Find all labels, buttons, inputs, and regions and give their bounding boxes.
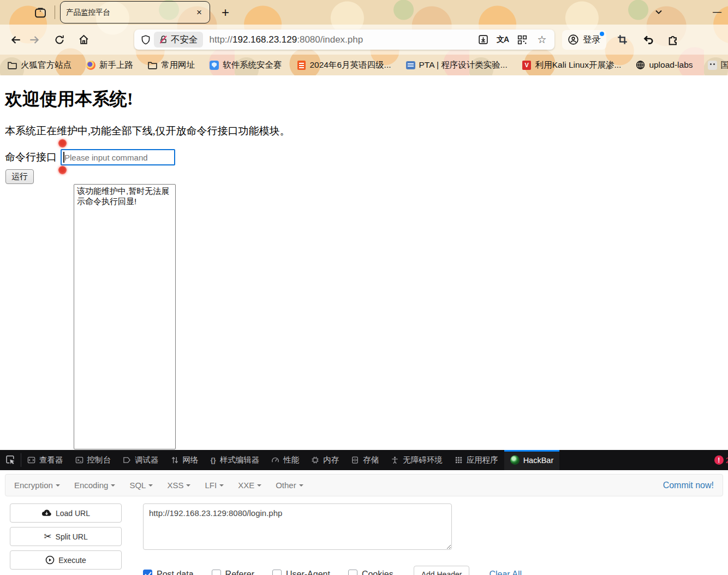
cookies-checkbox[interactable] xyxy=(348,570,357,575)
network-arrows-icon xyxy=(171,456,179,464)
devtools-tab-application[interactable]: 应用程序 xyxy=(449,450,504,470)
chevron-down-icon xyxy=(257,484,261,487)
bookmark-getting-started[interactable]: 新手上路 xyxy=(86,60,133,71)
bookmark-kali-pentest[interactable]: V 利用Kali Linux开展渗... xyxy=(522,60,622,71)
referer-option[interactable]: Referer xyxy=(212,570,254,575)
pick-element-icon[interactable] xyxy=(0,450,21,470)
bookmark-security-contest[interactable]: 软件系统安全赛 xyxy=(210,60,282,71)
notification-dot xyxy=(600,32,604,36)
hackbar-panel: Encryption Encoding SQL XSS LFI XXE Othe… xyxy=(0,470,728,575)
load-url-button[interactable]: Load URL xyxy=(10,503,122,523)
debugger-icon xyxy=(123,456,131,464)
chevron-down-icon xyxy=(299,484,303,487)
clear-all-link[interactable]: Clear All xyxy=(489,570,522,575)
bookmark-guoguang[interactable]: 国光 - 分享与 xyxy=(708,60,728,71)
minimize-button[interactable]: — xyxy=(708,4,726,20)
devtools-tab-performance[interactable]: 性能 xyxy=(265,450,305,470)
bookmarks-toolbar: 火狐官方站点 新手上路 常用网址 软件系统安全赛 2024年6月英语四级... … xyxy=(0,55,728,75)
bookmark-folder-firefox-official[interactable]: 火狐官方站点 xyxy=(8,60,71,71)
chevron-down-icon xyxy=(219,484,224,487)
pta-icon xyxy=(406,61,415,70)
undo-arrow-icon[interactable] xyxy=(640,32,657,48)
login-label: 登录 xyxy=(583,34,601,46)
bookmark-cet4-2024[interactable]: 2024年6月英语四级... xyxy=(297,60,391,71)
error-count: 2 xyxy=(726,455,728,465)
insecure-chip[interactable]: 不安全 xyxy=(154,32,203,48)
devtools-tab-storage[interactable]: 存储 xyxy=(345,450,385,470)
new-tab-button[interactable]: + xyxy=(217,4,234,21)
devtools-tab-accessibility[interactable]: 无障碍环境 xyxy=(385,450,449,470)
menu-lfi[interactable]: LFI xyxy=(198,481,231,490)
reload-button[interactable] xyxy=(50,31,69,49)
bookmark-star-icon[interactable]: ☆ xyxy=(535,33,549,47)
account-login-button[interactable]: 登录 xyxy=(562,30,606,50)
memory-chip-icon xyxy=(311,456,319,464)
user-agent-checkbox[interactable] xyxy=(272,570,282,575)
menu-xxe[interactable]: XXE xyxy=(231,481,268,490)
menu-encoding[interactable]: Encoding xyxy=(67,481,123,490)
devtools-tab-network[interactable]: 网络 xyxy=(165,450,205,470)
devtools-tab-inspector[interactable]: 查看器 xyxy=(21,450,69,470)
chevron-down-icon xyxy=(148,484,153,487)
menu-encryption[interactable]: Encryption xyxy=(5,481,67,490)
user-agent-option[interactable]: User-Agent xyxy=(272,570,330,575)
hackbar-button-column: Load URL ✂ Split URL Execute xyxy=(10,503,122,570)
tab-list-chevron-icon[interactable] xyxy=(651,4,667,20)
command-input[interactable] xyxy=(61,149,175,165)
commit-now-link[interactable]: Commit now! xyxy=(663,481,714,490)
command-output-textarea[interactable]: 该功能维护中,暂时无法展示命令执行回显! xyxy=(74,184,176,449)
translate-icon[interactable]: 文A xyxy=(496,33,510,47)
back-button[interactable] xyxy=(7,31,25,49)
screenshot-crop-icon[interactable] xyxy=(614,32,630,48)
text-caret xyxy=(63,152,64,163)
menu-sql[interactable]: SQL xyxy=(122,481,160,490)
add-header-button[interactable]: Add Header xyxy=(414,566,470,575)
cloud-download-icon xyxy=(41,509,52,517)
menu-other[interactable]: Other xyxy=(268,481,311,490)
devtools-tab-console[interactable]: 控制台 xyxy=(69,450,117,470)
account-avatar-icon xyxy=(568,34,579,45)
referer-checkbox[interactable] xyxy=(212,570,221,575)
devtools-toolbar: 查看器 控制台 调试器 网络 {} 样式编辑器 性能 内存 存储 xyxy=(0,450,728,471)
hackbar-url-textarea[interactable]: http://192.168.23.129:8080/login.php xyxy=(143,503,452,550)
performance-gauge-icon xyxy=(271,456,279,464)
home-button[interactable] xyxy=(74,31,93,49)
save-page-icon[interactable] xyxy=(476,33,490,47)
shield-icon[interactable] xyxy=(141,35,151,45)
inspector-icon xyxy=(27,456,35,464)
error-badge-icon[interactable]: ! xyxy=(714,455,724,465)
menu-xss[interactable]: XSS xyxy=(160,481,198,490)
devtools-tab-style-editor[interactable]: {} 样式编辑器 xyxy=(205,450,266,470)
run-button[interactable]: 运行 xyxy=(5,169,34,184)
tab-close-icon[interactable]: × xyxy=(194,7,204,18)
execute-button[interactable]: Execute xyxy=(10,550,122,570)
application-grid-icon xyxy=(455,456,463,464)
extensions-puzzle-icon[interactable] xyxy=(665,32,682,48)
broken-lock-icon xyxy=(159,35,168,44)
forward-button[interactable] xyxy=(25,31,44,49)
devtools-tab-hackbar[interactable]: HackBar xyxy=(504,450,560,470)
firefox-view-icon[interactable] xyxy=(32,4,49,21)
selection-handle-top[interactable] xyxy=(58,139,67,147)
kali-red-icon: V xyxy=(522,61,532,70)
firefox-icon xyxy=(86,61,96,70)
browser-tab[interactable]: 产品监控平台 × xyxy=(60,1,210,23)
post-data-checkbox[interactable] xyxy=(143,570,152,575)
selection-handle-bottom[interactable] xyxy=(58,166,67,174)
bookmark-upload-labs[interactable]: upload-labs xyxy=(636,60,693,70)
devtools-tab-debugger[interactable]: 调试器 xyxy=(117,450,165,470)
bookmark-pta[interactable]: PTA | 程序设计类实验... xyxy=(406,60,508,71)
cookies-option[interactable]: Cookies xyxy=(348,570,393,575)
post-data-option[interactable]: Post data xyxy=(143,570,194,575)
split-url-button[interactable]: ✂ Split URL xyxy=(10,527,122,546)
page-title: 欢迎使用本系统! xyxy=(5,87,728,111)
hackbar-menubar: Encryption Encoding SQL XSS LFI XXE Othe… xyxy=(5,474,723,496)
play-circle-icon xyxy=(45,555,55,565)
bookmark-folder-common-sites[interactable]: 常用网址 xyxy=(148,60,195,71)
hackbar-options-row: Post data Referer User-Agent Cookies Add… xyxy=(143,566,522,575)
qr-extension-icon[interactable] xyxy=(515,33,529,47)
devtools-tab-memory[interactable]: 内存 xyxy=(305,450,345,470)
orange-document-icon xyxy=(297,61,306,70)
tab-title: 产品监控平台 xyxy=(66,8,194,17)
url-bar[interactable]: 不安全 http://192.168.23.129:8080/index.php… xyxy=(134,29,554,50)
